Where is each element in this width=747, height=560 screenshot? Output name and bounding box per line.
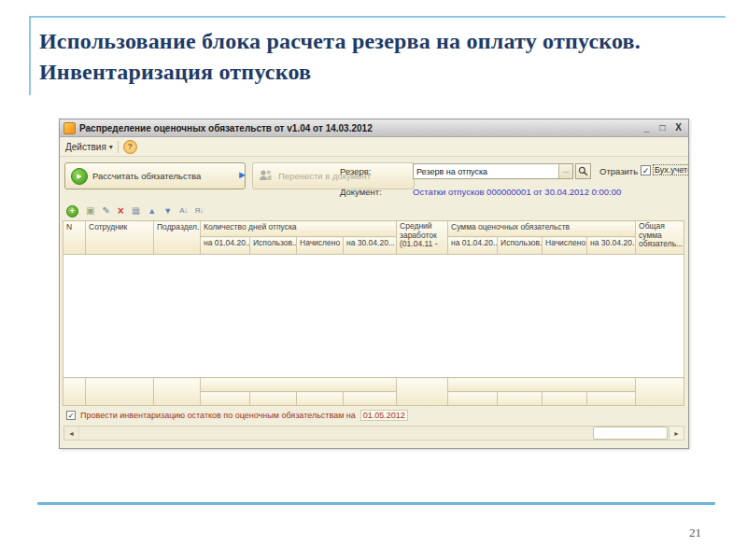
reserve-input[interactable]: Резерв на отпуска ... xyxy=(413,163,573,179)
column-header-days-end[interactable]: на 30.04.20... xyxy=(344,237,397,255)
list-toolbar: + ▣ ✎ × ▦ ▲ ▼ А↓ Я↓ xyxy=(60,202,688,220)
edit-icon[interactable]: ✎ xyxy=(102,205,109,217)
footer-cell xyxy=(397,378,448,406)
footer-cell xyxy=(543,392,587,406)
reserve-label: Резерв: xyxy=(340,166,372,176)
slide-title-line1: Использование блока расчета резерва на о… xyxy=(39,26,721,57)
accounting-checkbox[interactable]: ✓ Бух.учете xyxy=(641,164,688,175)
footer-cell xyxy=(86,378,154,406)
play-icon: ▶ xyxy=(71,168,88,185)
footer-cell xyxy=(498,392,543,406)
transfer-to-document-button[interactable]: Перенести в документ xyxy=(252,162,415,189)
column-header-total[interactable]: Общая сумма обязатель... xyxy=(636,221,684,255)
column-group-obligation-sums[interactable]: Сумма оценочных обязательств xyxy=(448,221,636,237)
inventory-label: Провести инвентаризацию остатков по оцен… xyxy=(80,411,356,420)
calculate-obligations-label: Рассчитать обязательства xyxy=(92,171,201,181)
obligations-table-wrap: N Сотрудник Подраздел... Количество дней… xyxy=(63,220,685,406)
chevron-down-icon: ▾ xyxy=(109,143,113,151)
reserve-value: Резерв на отпуска xyxy=(414,167,558,176)
checkbox-checked-icon[interactable]: ✓ xyxy=(641,165,651,175)
column-header-sum-used[interactable]: Использов... xyxy=(498,237,543,255)
minimize-button[interactable]: _ xyxy=(641,121,653,134)
copy-icon[interactable]: ▣ xyxy=(86,205,94,217)
menu-actions[interactable]: Действия ▾ xyxy=(65,142,113,152)
column-header-days-accrued[interactable]: Начислено xyxy=(297,237,344,255)
footer-cell xyxy=(63,378,86,406)
column-header-average-earnings[interactable]: Средний заработок (01.04.11 - xyxy=(397,221,448,255)
window-titlebar[interactable]: Распределение оценочных обязательств от … xyxy=(60,119,688,137)
maximize-button[interactable]: □ xyxy=(656,121,669,134)
menu-separator xyxy=(118,141,119,153)
document-link[interactable]: Остатки отпусков 000000001 от 30.04.2012… xyxy=(413,187,621,197)
column-header-sum-start[interactable]: на 01.04.20... xyxy=(448,237,498,255)
accounting-checkbox-label: Бух.учете xyxy=(653,164,688,175)
sort-descending-icon[interactable]: Я↓ xyxy=(195,205,204,217)
scroll-right-icon[interactable]: ► xyxy=(669,427,684,440)
slide-title-line2: Инвентаризация отпусков xyxy=(39,57,721,88)
people-icon xyxy=(259,169,274,184)
column-header-department[interactable]: Подраздел... xyxy=(154,221,201,255)
app-window: Распределение оценочных обязательств от … xyxy=(59,119,689,449)
forward-arrow-icon: ► xyxy=(237,169,247,180)
footer-cell xyxy=(154,378,201,406)
window-title: Распределение оценочных обязательств от … xyxy=(79,123,637,133)
move-up-icon[interactable]: ▲ xyxy=(148,205,156,217)
inventory-date-field[interactable]: 01.05.2012 xyxy=(360,410,408,421)
slide-title: Использование блока расчета резерва на о… xyxy=(39,26,721,88)
sort-ascending-icon[interactable]: А↓ xyxy=(179,205,187,217)
inventory-checkbox[interactable]: ✓ xyxy=(66,411,76,420)
obligations-table: N Сотрудник Подраздел... Количество дней… xyxy=(63,220,684,406)
horizontal-scrollbar[interactable]: ◄ ► xyxy=(63,426,684,441)
footer-cell xyxy=(587,392,636,406)
search-button[interactable] xyxy=(575,163,591,179)
toolbar: ▶ Рассчитать обязательства ► Перенести в… xyxy=(60,157,688,202)
page-number: 21 xyxy=(689,525,701,540)
move-down-icon[interactable]: ▼ xyxy=(163,205,172,217)
footer-cell xyxy=(636,378,684,406)
footer-cell xyxy=(448,378,636,392)
scrollbar-track[interactable] xyxy=(79,427,669,440)
top-accent-rule xyxy=(29,16,726,18)
table-body-empty-area[interactable] xyxy=(63,255,684,378)
scrollbar-thumb[interactable] xyxy=(593,427,668,440)
column-header-days-used[interactable]: Использов... xyxy=(250,237,297,255)
document-label: Документ: xyxy=(340,187,382,197)
bottom-accent-rule xyxy=(37,502,715,505)
column-header-days-start[interactable]: на 01.04.20... xyxy=(201,237,250,255)
scroll-left-icon[interactable]: ◄ xyxy=(64,427,79,440)
footer-cell xyxy=(448,392,498,406)
delete-icon[interactable]: × xyxy=(118,205,124,217)
close-button[interactable]: X xyxy=(672,121,684,134)
select-icon[interactable]: ▦ xyxy=(132,205,140,217)
app-icon xyxy=(63,122,76,134)
search-icon xyxy=(578,166,588,176)
column-group-vacation-days[interactable]: Количество дней отпуска xyxy=(201,221,397,237)
footer-cell xyxy=(201,378,397,392)
footer-cell xyxy=(297,392,344,406)
column-header-employee[interactable]: Сотрудник xyxy=(86,221,154,255)
calculate-obligations-button[interactable]: ▶ Рассчитать обязательства xyxy=(64,162,246,189)
footer-cell xyxy=(344,392,397,406)
inventory-option-row: ✓ Провести инвентаризацию остатков по оц… xyxy=(60,408,688,423)
column-header-n[interactable]: N xyxy=(63,221,86,255)
column-header-sum-end[interactable]: на 30.04.20... xyxy=(587,237,636,255)
help-icon[interactable]: ? xyxy=(123,140,137,154)
left-accent-rule xyxy=(29,16,31,95)
footer-cell xyxy=(250,392,297,406)
choose-button[interactable]: ... xyxy=(558,164,572,178)
window-controls: _ □ X xyxy=(641,121,684,134)
column-header-sum-accrued[interactable]: Начислено xyxy=(543,237,587,255)
menu-actions-label: Действия xyxy=(65,142,106,152)
menubar: Действия ▾ ? xyxy=(60,137,688,157)
reflect-in-label: Отразить в xyxy=(599,166,645,176)
add-icon[interactable]: + xyxy=(66,205,78,217)
footer-cell xyxy=(201,392,250,406)
